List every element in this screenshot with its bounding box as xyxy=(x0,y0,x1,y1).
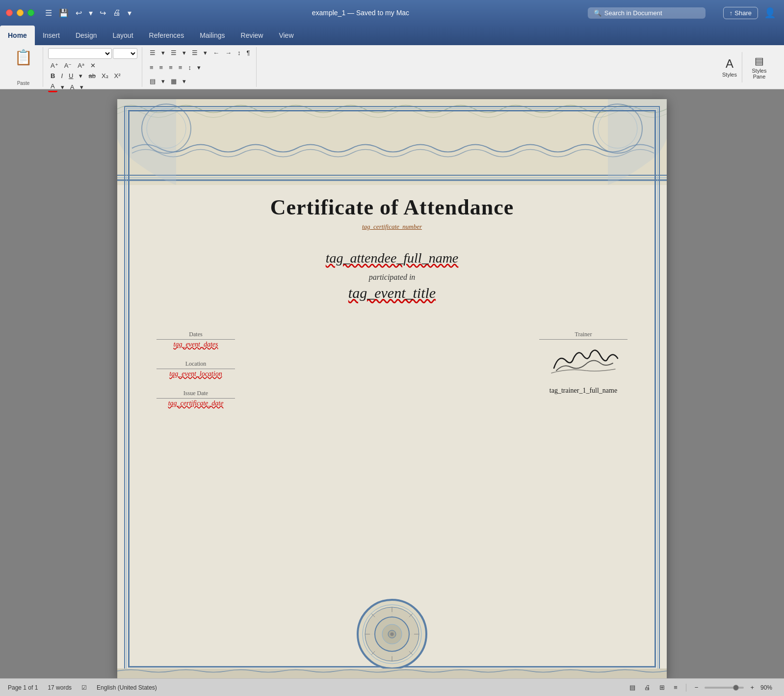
tab-view[interactable]: View xyxy=(271,26,301,45)
change-case-button[interactable]: Aᵃ xyxy=(75,61,87,70)
web-layout-button[interactable]: ⊞ xyxy=(657,683,667,692)
location-field: Location tag_event_location xyxy=(157,360,235,378)
multilevel-button[interactable]: ☰ xyxy=(189,48,200,57)
tab-insert[interactable]: Insert xyxy=(35,26,68,45)
align-left-button[interactable]: ≡ xyxy=(147,63,156,72)
status-bar: Page 1 of 1 17 words ☑ English (United S… xyxy=(0,678,784,696)
superscript-button[interactable]: X² xyxy=(112,71,123,80)
ribbon-group-paste: 📋 Paste xyxy=(4,47,43,87)
svg-rect-27 xyxy=(117,669,667,678)
tab-design[interactable]: Design xyxy=(68,26,105,45)
multilevel-dropdown[interactable]: ▾ xyxy=(201,48,209,57)
fullscreen-button[interactable] xyxy=(27,9,34,16)
redo-button[interactable]: ↪ xyxy=(98,7,108,19)
strikethrough-button[interactable]: ab xyxy=(86,71,98,80)
borders-button[interactable]: ▦ xyxy=(168,77,179,86)
align-right-button[interactable]: ≡ xyxy=(166,63,175,72)
svg-point-26 xyxy=(391,633,393,636)
bottom-decoration xyxy=(117,669,667,678)
certificate-seal xyxy=(355,597,429,671)
borders-dropdown[interactable]: ▾ xyxy=(180,77,188,86)
filename-label: example_1 xyxy=(312,9,346,17)
zoom-slider[interactable] xyxy=(705,687,744,689)
ribbon-group-paragraph: ☰ ▾ ☰ ▾ ☰ ▾ ← → ↕ ¶ ≡ ≡ ≡ ≡ ↕ ▾ ▤ ▾ ▦ ▾ xyxy=(143,47,257,87)
decrease-indent-button[interactable]: ← xyxy=(210,48,222,57)
save-status-label: — xyxy=(347,9,356,17)
undo-dropdown[interactable]: ▾ xyxy=(87,7,95,19)
styles-button[interactable]: A Styles xyxy=(719,56,740,79)
styles-pane-button[interactable]: ▤ StylesPane xyxy=(749,54,770,80)
save-button[interactable]: 💾 xyxy=(57,7,71,19)
font-color-button[interactable]: A xyxy=(48,81,57,92)
print-button[interactable]: 🖨 xyxy=(111,7,123,18)
more-options-button[interactable]: ▾ xyxy=(126,7,133,19)
underline-button[interactable]: U xyxy=(66,71,76,80)
tab-home[interactable]: Home xyxy=(0,26,35,45)
paste-button[interactable]: 📋 xyxy=(10,48,36,67)
dates-tag: tag_event_dates xyxy=(157,341,235,348)
subscript-button[interactable]: X₂ xyxy=(99,71,111,80)
zoom-out-button[interactable]: − xyxy=(692,683,701,692)
bullets-dropdown[interactable]: ▾ xyxy=(159,48,167,57)
location-tag: tag_event_location xyxy=(157,370,235,378)
left-fields: Dates tag_event_dates Location tag_event… xyxy=(157,331,235,407)
share-button[interactable]: ↑ Share xyxy=(723,7,758,19)
zoom-in-button[interactable]: + xyxy=(748,683,757,692)
justify-button[interactable]: ≡ xyxy=(176,63,185,72)
title-bar: ☰ 💾 ↩ ▾ ↪ 🖨 ▾ example_1 — Saved to my Ma… xyxy=(0,0,784,26)
track-changes-icon[interactable]: ☑ xyxy=(81,684,87,691)
highlight-button[interactable]: A xyxy=(68,82,77,92)
line-spacing-button[interactable]: ↕ xyxy=(185,63,194,72)
outline-view-button[interactable]: ≡ xyxy=(671,683,680,692)
increase-indent-button[interactable]: → xyxy=(223,48,234,57)
page-info: Page 1 of 1 xyxy=(8,684,38,691)
location-label: Location xyxy=(157,360,235,369)
font-name-dropdown[interactable] xyxy=(48,48,112,59)
undo-button[interactable]: ↩ xyxy=(74,7,84,19)
sidebar-toggle-button[interactable]: ☰ xyxy=(43,7,54,19)
share-icon: ↑ xyxy=(730,9,733,17)
language: English (United States) xyxy=(97,684,157,691)
italic-button[interactable]: I xyxy=(58,71,65,80)
tab-references[interactable]: References xyxy=(141,26,192,45)
shading-dropdown[interactable]: ▾ xyxy=(159,77,167,86)
search-bar[interactable]: 🔍 Search in Document xyxy=(588,7,706,19)
minimize-button[interactable] xyxy=(17,9,24,16)
trainer-name-tag: tag_trainer_1_full_name xyxy=(549,387,617,395)
tab-mailings[interactable]: Mailings xyxy=(192,26,233,45)
highlight-dropdown[interactable]: ▾ xyxy=(78,82,86,92)
align-center-button[interactable]: ≡ xyxy=(157,63,166,72)
top-decoration-svg xyxy=(117,99,667,185)
print-layout-button[interactable]: 🖨 xyxy=(642,683,653,692)
bullets-button[interactable]: ☰ xyxy=(147,48,158,57)
account-icon[interactable]: 👤 xyxy=(762,6,778,20)
toolbar-icons: ☰ 💾 ↩ ▾ ↪ 🖨 ▾ xyxy=(43,7,133,19)
zoom-level: 90% xyxy=(760,684,776,691)
ribbon: 📋 Paste A⁺ A⁻ Aᵃ ✕ B I U ▾ ab X₂ X² xyxy=(0,45,784,89)
clear-format-button[interactable]: ✕ xyxy=(88,61,98,70)
styles-label: Styles xyxy=(722,72,737,78)
tab-layout[interactable]: Layout xyxy=(105,26,141,45)
numbering-button[interactable]: ☰ xyxy=(168,48,179,57)
ribbon-group-styles: A Styles ▤ StylesPane xyxy=(258,47,780,87)
numbering-dropdown[interactable]: ▾ xyxy=(180,48,188,57)
sort-button[interactable]: ↕ xyxy=(235,48,243,57)
bold-button[interactable]: B xyxy=(48,71,57,80)
font-color-dropdown[interactable]: ▾ xyxy=(58,82,67,92)
layout-view-button[interactable]: ▤ xyxy=(627,683,638,692)
close-button[interactable] xyxy=(6,9,13,16)
tab-review[interactable]: Review xyxy=(233,26,271,45)
participated-text: participated in xyxy=(369,273,416,282)
certificate-title: Certificate of Attendance xyxy=(270,195,514,220)
show-formatting-button[interactable]: ¶ xyxy=(244,48,253,57)
font-size-dropdown[interactable] xyxy=(113,48,137,59)
font-grow-button[interactable]: A⁺ xyxy=(48,61,61,70)
shading-button[interactable]: ▤ xyxy=(147,77,158,86)
dates-field: Dates tag_event_dates xyxy=(157,331,235,348)
divider xyxy=(686,684,686,692)
dates-label: Dates xyxy=(157,331,235,340)
line-spacing-dropdown[interactable]: ▾ xyxy=(195,63,203,72)
font-shrink-button[interactable]: A⁻ xyxy=(62,61,75,70)
underline-dropdown[interactable]: ▾ xyxy=(77,71,85,80)
share-label: Share xyxy=(734,9,752,17)
